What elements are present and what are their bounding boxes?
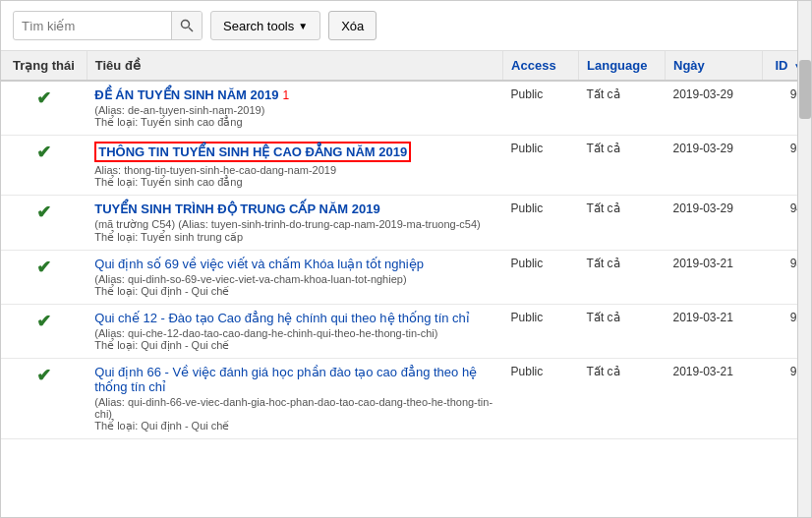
cell-date: 2019-03-21: [666, 305, 763, 359]
cell-date: 2019-03-21: [666, 251, 763, 305]
check-icon: ✔: [36, 202, 51, 222]
cell-language: Tất cả: [579, 81, 666, 136]
article-title-link[interactable]: Qui định số 69 về việc viết và chấm Khóa…: [94, 257, 424, 271]
title-alias: Alias: thong-tin-tuyen-sinh-he-cao-dang-…: [94, 164, 494, 176]
cell-title: THÔNG TIN TUYỂN SINH HỆ CAO ĐẲNG NĂM 201…: [87, 136, 502, 196]
table-container: Trạng thái Tiêu đề Access Language Ngày: [1, 51, 811, 439]
table-row: ✔Qui định số 69 về việc viết và chấm Khó…: [1, 251, 811, 305]
cell-date: 2019-03-21: [666, 359, 763, 439]
title-alias: (Alias: qui-dinh-so-69-ve-viec-viet-va-c…: [94, 273, 494, 285]
table-row: ✔ĐỀ ÁN TUYỂN SINH NĂM 20191(Alias: de-an…: [1, 81, 811, 136]
cell-language: Tất cả: [579, 196, 666, 251]
svg-line-1: [189, 28, 193, 31]
cell-status: ✔: [1, 81, 87, 136]
article-title-link[interactable]: Qui chế 12 - Đào tạo Cao đẳng hệ chính q…: [94, 311, 470, 325]
scrollbar-thumb[interactable]: [799, 60, 811, 119]
xoa-label: Xóa: [341, 19, 364, 33]
cell-status: ✔: [1, 359, 87, 439]
cell-language: Tất cả: [579, 359, 666, 439]
title-category: Thể loại: Qui định - Qui chế: [94, 339, 494, 352]
article-title-link[interactable]: TUYỂN SINH TRÌNH ĐỘ TRUNG CẤP NĂM 2019: [94, 201, 379, 216]
svg-point-0: [182, 21, 190, 29]
search-tools-label: Search tools: [223, 19, 294, 33]
header-status: Trạng thái: [1, 51, 87, 81]
header-language: Language: [579, 51, 666, 81]
article-title-link[interactable]: Qui định 66 - Về việc đánh giá học phần …: [94, 365, 477, 394]
check-icon: ✔: [36, 312, 51, 331]
check-icon: ✔: [36, 88, 51, 108]
cell-title: Qui chế 12 - Đào tạo Cao đẳng hệ chính q…: [87, 305, 502, 359]
table-row: ✔Qui định 66 - Về việc đánh giá học phần…: [1, 359, 811, 439]
cell-language: Tất cả: [579, 136, 666, 196]
title-category: Thể loại: Qui định - Qui chế: [94, 285, 494, 298]
cell-language: Tất cả: [579, 251, 666, 305]
highlighted-title: THÔNG TIN TUYỂN SINH HỆ CAO ĐẲNG NĂM 201…: [94, 142, 411, 162]
article-title-link[interactable]: THÔNG TIN TUYỂN SINH HỆ CAO ĐẲNG NĂM 201…: [94, 144, 411, 159]
header-title: Tiêu đề: [87, 51, 502, 81]
title-category: Thể loại: Tuyển sinh cao đẳng: [94, 176, 494, 189]
cell-access: Public: [503, 305, 579, 359]
cell-status: ✔: [1, 305, 87, 359]
check-icon: ✔: [36, 366, 51, 385]
cell-access: Public: [503, 136, 579, 196]
check-icon: ✔: [36, 143, 51, 162]
cell-access: Public: [503, 81, 579, 136]
title-alias: (mã trường C54) (Alias: tuyen-sinh-trinh…: [94, 218, 494, 231]
cell-status: ✔: [1, 136, 87, 196]
search-input[interactable]: [14, 15, 171, 37]
cell-title: TUYỂN SINH TRÌNH ĐỘ TRUNG CẤP NĂM 2019(m…: [87, 196, 502, 251]
cell-status: ✔: [1, 196, 87, 251]
title-alias: (Alias: qui-che-12-dao-tao-cao-dang-he-c…: [94, 327, 494, 339]
cell-title: ĐỀ ÁN TUYỂN SINH NĂM 20191(Alias: de-an-…: [87, 81, 502, 136]
cell-title: Qui định 66 - Về việc đánh giá học phần …: [87, 359, 502, 439]
title-alias: (Alias: de-an-tuyen-sinh-nam-2019): [94, 104, 494, 116]
cell-access: Public: [503, 359, 579, 439]
search-tools-button[interactable]: Search tools ▼: [210, 11, 320, 40]
toolbar: Search tools ▼ Xóa: [1, 1, 811, 51]
cell-language: Tất cả: [579, 305, 666, 359]
search-box: [13, 11, 203, 40]
title-category: Thể loại: Tuyển sinh trung cấp: [94, 231, 494, 244]
header-access: Access: [503, 51, 579, 81]
cell-access: Public: [503, 196, 579, 251]
table-row: ✔Qui chế 12 - Đào tạo Cao đẳng hệ chính …: [1, 305, 811, 359]
table-row: ✔THÔNG TIN TUYỂN SINH HỆ CAO ĐẲNG NĂM 20…: [1, 136, 811, 196]
cell-date: 2019-03-29: [666, 81, 763, 136]
title-category: Thể loại: Tuyển sinh cao đẳng: [94, 116, 494, 129]
table-row: ✔TUYỂN SINH TRÌNH ĐỘ TRUNG CẤP NĂM 2019(…: [1, 196, 811, 251]
xoa-button[interactable]: Xóa: [328, 11, 377, 40]
cell-access: Public: [503, 251, 579, 305]
search-button[interactable]: [171, 11, 202, 40]
cell-date: 2019-03-29: [666, 196, 763, 251]
title-alias: (Alias: qui-dinh-66-ve-viec-danh-gia-hoc…: [94, 396, 494, 420]
check-icon: ✔: [36, 258, 51, 277]
cell-date: 2019-03-29: [666, 136, 763, 196]
articles-table: Trạng thái Tiêu đề Access Language Ngày: [1, 51, 811, 439]
article-title-link[interactable]: ĐỀ ÁN TUYỂN SINH NĂM 2019: [94, 87, 278, 102]
title-badge: 1: [282, 88, 289, 102]
cell-status: ✔: [1, 251, 87, 305]
title-category: Thể loại: Qui định - Qui chế: [94, 420, 494, 432]
dropdown-arrow-icon: ▼: [298, 21, 308, 31]
header-date: Ngày: [666, 51, 763, 81]
search-icon: [180, 19, 194, 32]
scrollbar[interactable]: [797, 1, 811, 517]
cell-title: Qui định số 69 về việc viết và chấm Khóa…: [87, 251, 502, 305]
